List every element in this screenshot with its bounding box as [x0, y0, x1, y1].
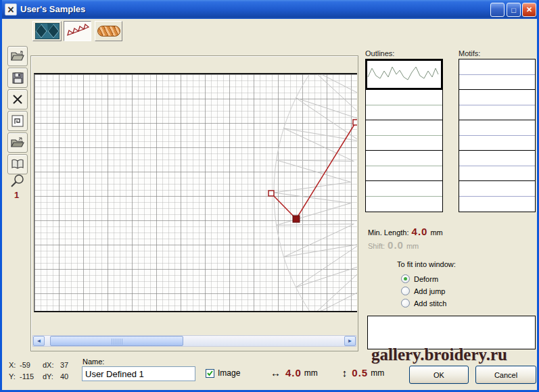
outline-baseline: [366, 105, 442, 105]
radio-add-jump-label: Add jump: [414, 287, 445, 295]
image-checkbox[interactable]: [206, 369, 214, 378]
shift-row: Shift: 0.0 mm: [368, 239, 419, 251]
stitch-node-selected[interactable]: [293, 216, 300, 222]
dy-label: dY:: [43, 372, 60, 381]
outlines-label: Outlines:: [365, 49, 394, 57]
motif-baseline: [459, 74, 535, 75]
radio-add-stitch-label: Add stitch: [414, 299, 446, 308]
radio-add-jump[interactable]: Add jump: [401, 287, 445, 295]
motif-item[interactable]: [459, 151, 535, 181]
stitch-canvas[interactable]: [34, 73, 357, 312]
cord-stitch-icon: [97, 26, 120, 36]
name-input[interactable]: [82, 366, 195, 381]
fill-pattern-sample-button[interactable]: [32, 21, 62, 41]
ok-button[interactable]: OK: [409, 366, 469, 384]
image-checkbox-row[interactable]: Image: [206, 368, 240, 378]
y-label: Y:: [9, 372, 20, 381]
radio-add-jump-icon: [401, 287, 410, 295]
delete-x-icon: [12, 94, 23, 105]
coordinates-readout: X: -59 dX: 37 Y: -115 dY: 40: [9, 361, 76, 381]
zigzag-outline-preview: [366, 59, 440, 87]
outlines-list: [365, 59, 443, 212]
outline-baseline: [366, 135, 442, 136]
save-sample-button[interactable]: [7, 68, 28, 88]
cord-stitch-sample-button[interactable]: [95, 21, 122, 41]
cancel-button[interactable]: Cancel: [475, 366, 536, 384]
scrollbar-grip: [112, 339, 122, 345]
edit-outline-button[interactable]: [7, 111, 28, 131]
zoom-tool[interactable]: [10, 174, 25, 190]
outline-item[interactable]: [366, 151, 442, 181]
fit-group-label: To fit into window:: [397, 260, 456, 268]
app-icon-glyph: ✕: [7, 5, 15, 15]
min-length-label: Min. Length:: [368, 228, 409, 237]
motif-baseline: [459, 166, 535, 166]
open-sample-button[interactable]: [7, 46, 28, 66]
outline-stitch-sample-button[interactable]: [64, 21, 91, 41]
maximize-icon: □: [511, 6, 516, 14]
dx-value: 37: [60, 361, 76, 369]
save-icon: [12, 72, 24, 84]
scrollbar-thumb[interactable]: [50, 336, 183, 346]
motifs-label: Motifs:: [459, 49, 480, 57]
canvas-hscrollbar[interactable]: ◄ ►: [32, 335, 356, 347]
stitch-width-value: 4.0: [285, 367, 302, 378]
delete-sample-button[interactable]: [7, 89, 28, 109]
stitch-preview: [34, 74, 357, 311]
motif-item[interactable]: [459, 120, 535, 151]
x-value: -59: [20, 361, 43, 369]
motif-baseline: [459, 135, 535, 136]
book-icon: [11, 159, 24, 170]
magnifier-icon: [10, 174, 25, 189]
scroll-left-icon: ◄: [37, 338, 42, 344]
open-folder-icon: [11, 51, 24, 62]
radio-deform-label: Deform: [414, 275, 438, 283]
zoom-level: 1: [14, 190, 19, 200]
import-sample-button[interactable]: [7, 132, 28, 153]
image-checkbox-label: Image: [218, 368, 240, 378]
min-length-row: Min. Length: 4.0 mm: [368, 226, 443, 237]
outline-item-selected[interactable]: [366, 59, 442, 90]
stitch-node-start[interactable]: [268, 191, 274, 196]
check-icon: [206, 370, 214, 377]
radio-deform-icon: [401, 274, 410, 283]
x-label: X:: [9, 361, 20, 369]
shift-label: Shift:: [368, 242, 385, 250]
dx-label: dX:: [43, 361, 60, 369]
description-box[interactable]: [367, 316, 536, 349]
motif-item[interactable]: [459, 59, 535, 90]
radio-deform[interactable]: Deform: [401, 274, 438, 283]
close-button[interactable]: ✕: [522, 3, 536, 17]
library-button[interactable]: [7, 154, 28, 174]
radio-add-stitch-icon: [401, 299, 410, 308]
stitch-height-unit: mm: [371, 368, 384, 378]
outline-item[interactable]: [366, 181, 442, 212]
min-length-unit: mm: [430, 228, 442, 237]
stitch-width-unit: mm: [304, 368, 318, 378]
motif-item[interactable]: [459, 90, 535, 120]
stitch-node-end[interactable]: [353, 120, 357, 125]
outline-baseline: [366, 196, 442, 197]
edit-outline-icon: [11, 115, 24, 127]
minimize-icon: _: [495, 9, 499, 17]
y-value: -115: [20, 372, 43, 381]
shift-value: 0.0: [388, 239, 404, 251]
motif-baseline: [459, 196, 535, 197]
minimize-button[interactable]: _: [490, 3, 505, 17]
app-icon: ✕: [5, 3, 17, 16]
maximize-button[interactable]: □: [507, 3, 521, 17]
scroll-left-button[interactable]: ◄: [33, 336, 45, 346]
stitch-path: [271, 122, 356, 219]
motif-item[interactable]: [459, 181, 535, 212]
canvas-panel: ◄ ►: [30, 55, 358, 351]
radio-add-stitch[interactable]: Add stitch: [401, 299, 446, 308]
import-folder-icon: [11, 137, 24, 148]
users-samples-dialog: ✕ User's Samples _ □ ✕: [0, 0, 539, 392]
motifs-list: [459, 59, 536, 212]
outline-item[interactable]: [366, 90, 442, 120]
outline-item[interactable]: [366, 120, 442, 151]
scroll-right-button[interactable]: ►: [344, 336, 356, 346]
fill-pattern-icon: [35, 23, 60, 39]
outline-baseline: [366, 166, 442, 166]
name-label: Name:: [83, 358, 104, 366]
